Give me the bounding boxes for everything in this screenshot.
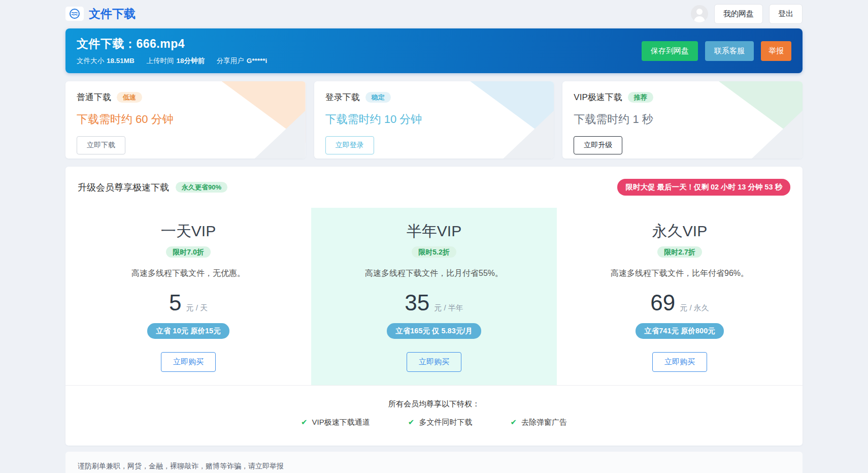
discount-badge: 限时2.7折: [657, 246, 702, 258]
my-drive-button[interactable]: 我的网盘: [714, 4, 763, 24]
buy-now-button[interactable]: 立即购买: [652, 352, 707, 372]
login-now-button[interactable]: 立即登录: [325, 136, 374, 154]
plan-description: 高速多线程下载文件，比月付省55%。: [311, 268, 557, 279]
site-brand[interactable]: 文件下载: [65, 6, 136, 22]
site-logo-icon: [65, 7, 84, 21]
contact-support-button[interactable]: 联系客服: [705, 41, 754, 61]
share-user: 分享用户G*****i: [217, 57, 268, 65]
discount-badge: 限时5.2折: [412, 246, 456, 258]
logout-button[interactable]: 登出: [769, 4, 803, 24]
plan-half-year-vip: 半年VIP 限时5.2折 高速多线程下载文件，比月付省55%。 35元 / 半年…: [311, 208, 557, 385]
privilege-item: ✔多文件同时下载: [408, 418, 473, 427]
plan-permanent-vip: 永久VIP 限时2.7折 高速多线程下载文件，比年付省96%。 69元 / 永久…: [557, 208, 803, 385]
save-90-badge: 永久更省90%: [176, 182, 227, 193]
file-meta: 文件大小18.51MB 上传时间18分钟前 分享用户G*****i: [77, 56, 277, 66]
privilege-item: ✔去除弹窗广告: [510, 418, 567, 427]
download-now-button[interactable]: 立即下载: [77, 136, 125, 154]
recommend-badge: 推荐: [628, 92, 653, 103]
privileges-title: 所有会员均尊享以下特权：: [65, 399, 803, 409]
upgrade-now-button[interactable]: 立即升级: [574, 136, 622, 154]
file-banner: 文件下载：666.mp4 文件大小18.51MB 上传时间18分钟前 分享用户G…: [65, 28, 803, 73]
page-container: 文件下载 我的网盘 登出 文件下载：666.mp4 文件大小18.51MB 上传…: [65, 0, 803, 473]
save-to-drive-button[interactable]: 保存到网盘: [642, 41, 698, 61]
file-banner-info: 文件下载：666.mp4 文件大小18.51MB 上传时间18分钟前 分享用户G…: [77, 36, 277, 66]
plan-price: 5元 / 天: [65, 290, 311, 316]
login-download-card: 登录下载 稳定 下载需时约 10 分钟 立即登录: [314, 81, 554, 159]
buy-now-button[interactable]: 立即购买: [407, 352, 461, 372]
check-icon: ✔: [510, 418, 517, 426]
privilege-item: ✔VIP极速下载通道: [301, 418, 370, 427]
download-time-text: 下载需时约 1 秒: [574, 112, 791, 127]
upload-time: 上传时间18分钟前: [147, 57, 205, 65]
page-title: 文件下载: [89, 6, 136, 22]
plan-description: 高速多线程下载文件，无优惠。: [65, 268, 311, 279]
stable-badge: 稳定: [365, 92, 391, 103]
speed-badge: 低速: [117, 92, 142, 103]
fraud-warning-bar: 谨防刷单兼职，网贷，金融，裸聊敲诈，赌博等诈骗，请立即举报: [65, 452, 803, 473]
download-time-text: 下载需时约 60 分钟: [77, 112, 294, 127]
savings-badge: 立省741元 原价800元: [636, 323, 723, 339]
privileges-section: 所有会员均尊享以下特权： ✔VIP极速下载通道 ✔多文件同时下载 ✔去除弹窗广告: [65, 386, 803, 446]
download-time-text: 下载需时约 10 分钟: [325, 112, 543, 127]
vip-download-card: VIP极速下载 推荐 下载需时约 1 秒 立即升级: [562, 81, 803, 159]
plan-price: 35元 / 半年: [311, 290, 557, 316]
vip-section-header: 升级会员尊享极速下载 永久更省90% 限时大促 最后一天！仅剩 02 小时 13…: [65, 167, 803, 205]
file-banner-actions: 保存到网盘 联系客服 举报: [642, 41, 791, 61]
fraud-warning-text: 谨防刷单兼职，网贷，金融，裸聊敲诈，赌博等诈骗，请立即举报: [78, 462, 284, 470]
buy-now-button[interactable]: 立即购买: [161, 352, 216, 372]
file-size: 文件大小18.51MB: [77, 57, 135, 65]
report-button[interactable]: 举报: [761, 41, 791, 61]
plan-description: 高速多线程下载文件，比年付省96%。: [557, 268, 803, 279]
countdown-promo-badge: 限时大促 最后一天！仅剩 02 小时 13 分钟 53 秒: [617, 179, 790, 196]
card-title: VIP极速下载: [574, 91, 622, 103]
discount-badge: 限时7.0折: [166, 246, 210, 258]
file-title: 文件下载：666.mp4: [77, 36, 277, 52]
plan-price: 69元 / 永久: [557, 290, 803, 316]
plan-name: 一天VIP: [65, 221, 311, 242]
header-actions: 我的网盘 登出: [691, 4, 803, 24]
plan-name: 永久VIP: [557, 221, 803, 242]
card-title: 普通下载: [77, 91, 111, 103]
plan-one-day-vip: 一天VIP 限时7.0折 高速多线程下载文件，无优惠。 5元 / 天 立省 10…: [65, 208, 311, 385]
card-title: 登录下载: [325, 91, 360, 103]
top-header: 文件下载 我的网盘 登出: [65, 0, 803, 25]
savings-badge: 立省165元 仅 5.83元/月: [387, 323, 481, 339]
user-avatar: [691, 5, 708, 22]
plan-name: 半年VIP: [311, 221, 557, 242]
vip-section: 升级会员尊享极速下载 永久更省90% 限时大促 最后一天！仅剩 02 小时 13…: [65, 167, 803, 446]
normal-download-card: 普通下载 低速 下载需时约 60 分钟 立即下载: [65, 81, 306, 159]
vip-section-title: 升级会员尊享极速下载: [78, 181, 169, 194]
check-icon: ✔: [408, 418, 415, 426]
check-icon: ✔: [301, 418, 308, 426]
vip-plans-row: 一天VIP 限时7.0折 高速多线程下载文件，无优惠。 5元 / 天 立省 10…: [65, 208, 803, 385]
savings-badge: 立省 10元 原价15元: [147, 323, 229, 339]
download-options-row: 普通下载 低速 下载需时约 60 分钟 立即下载 登录下载 稳定 下载需时约 1…: [65, 81, 803, 159]
